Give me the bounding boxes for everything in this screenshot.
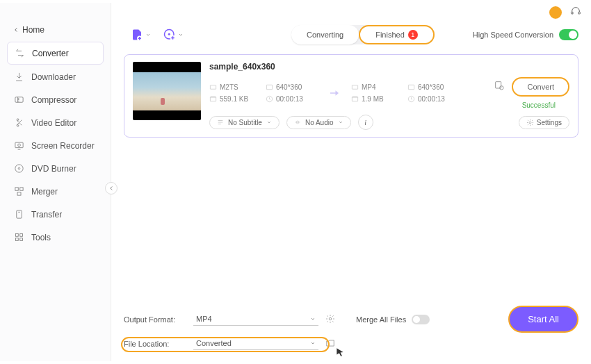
src-duration: 00:00:13 xyxy=(266,95,318,103)
sidebar-item-label: Converter xyxy=(32,49,69,58)
settings-button[interactable]: Settings xyxy=(519,116,569,129)
merge-toggle[interactable] xyxy=(412,315,430,324)
svg-rect-1 xyxy=(15,142,23,148)
src-resolution: 640*360 xyxy=(266,83,318,91)
support-icon[interactable] xyxy=(570,6,581,19)
sidebar-item-compressor[interactable]: Compressor xyxy=(7,89,104,110)
svg-rect-6 xyxy=(20,188,23,190)
audio-select[interactable]: No Audio xyxy=(286,116,351,129)
video-thumbnail[interactable] xyxy=(133,62,201,120)
task-card: sample_640x360 M2TS 640*360 559.1 KB 00:… xyxy=(124,54,578,138)
info-icon[interactable]: i xyxy=(358,115,373,130)
sidebar-item-merger[interactable]: Merger xyxy=(7,181,104,202)
home-label: Home xyxy=(22,25,44,35)
sidebar-item-dvd-burner[interactable]: DVD Burner xyxy=(7,158,104,179)
sidebar-item-label: Video Editor xyxy=(31,118,76,128)
svg-point-3 xyxy=(15,165,23,172)
task-settings-icon[interactable] xyxy=(494,80,505,94)
svg-rect-20 xyxy=(352,85,357,90)
sidebar-item-label: Merger xyxy=(31,187,58,197)
file-location-select[interactable]: Converted xyxy=(193,337,318,350)
sidebar-item-label: Tools xyxy=(31,233,51,242)
open-folder-icon[interactable] xyxy=(325,338,335,349)
sidebar-item-label: Transfer xyxy=(31,210,62,220)
main-panel: Converting Finished 1 High Speed Convers… xyxy=(111,3,591,361)
svg-rect-23 xyxy=(496,82,501,88)
sidebar-item-downloader[interactable]: Downloader xyxy=(7,66,104,88)
tab-label: Converting xyxy=(307,31,343,39)
svg-point-26 xyxy=(329,317,332,320)
subtitle-select[interactable]: No Subtitle xyxy=(209,116,280,129)
dst-resolution: 640*360 xyxy=(407,83,460,91)
highspeed-toggle[interactable] xyxy=(559,29,578,40)
output-format-label: Output Format: xyxy=(124,315,186,324)
svg-rect-11 xyxy=(16,238,19,241)
add-file-button[interactable] xyxy=(131,28,151,41)
output-format-select[interactable]: MP4 xyxy=(193,313,318,326)
dst-duration: 00:00:13 xyxy=(407,95,460,103)
back-home[interactable]: Home xyxy=(0,22,111,42)
svg-rect-17 xyxy=(210,85,216,90)
svg-point-24 xyxy=(500,86,503,90)
sidebar-item-converter[interactable]: Converter xyxy=(7,42,104,65)
svg-point-2 xyxy=(18,144,21,147)
start-all-button[interactable]: Start All xyxy=(508,306,578,333)
dst-format: MP4 xyxy=(351,83,403,91)
task-title: sample_640x360 xyxy=(209,62,569,72)
src-size: 559.1 KB xyxy=(209,95,261,103)
sidebar-item-label: DVD Burner xyxy=(31,164,76,174)
tab-label: Finished xyxy=(375,31,405,39)
sidebar-item-transfer[interactable]: Transfer xyxy=(7,204,104,225)
svg-rect-18 xyxy=(266,85,272,89)
tab-switch: Converting Finished 1 xyxy=(291,25,435,44)
svg-rect-10 xyxy=(20,234,23,237)
svg-rect-21 xyxy=(408,85,414,89)
svg-point-15 xyxy=(168,33,170,35)
output-settings-icon[interactable] xyxy=(325,314,335,325)
highspeed-label: High Speed Conversion xyxy=(473,31,553,39)
sidebar-item-tools[interactable]: Tools xyxy=(7,226,104,248)
svg-rect-12 xyxy=(20,238,23,241)
sidebar-item-label: Downloader xyxy=(31,72,76,82)
dst-size: 1.9 MB xyxy=(351,95,403,103)
svg-rect-5 xyxy=(15,188,18,190)
sidebar: Home Converter Downloader Compressor Vid… xyxy=(0,3,111,361)
tab-converting[interactable]: Converting xyxy=(291,25,359,44)
svg-rect-9 xyxy=(16,234,19,237)
avatar[interactable] xyxy=(549,6,562,19)
tab-finished[interactable]: Finished 1 xyxy=(359,25,435,44)
sidebar-item-video-editor[interactable]: Video Editor xyxy=(7,112,104,133)
svg-rect-7 xyxy=(17,192,21,195)
svg-point-4 xyxy=(18,167,20,169)
status-text: Successful xyxy=(522,101,556,109)
cursor-icon xyxy=(335,346,345,358)
src-format: M2TS xyxy=(209,83,261,91)
svg-rect-8 xyxy=(17,210,22,218)
arrow-right-icon xyxy=(326,85,343,101)
sidebar-item-screen-recorder[interactable]: Screen Recorder xyxy=(7,135,104,156)
badge: 1 xyxy=(408,30,418,40)
add-disc-button[interactable] xyxy=(163,28,184,41)
merge-label: Merge All Files xyxy=(356,315,406,324)
sidebar-item-label: Compressor xyxy=(31,95,76,105)
sidebar-item-label: Screen Recorder xyxy=(31,141,95,151)
file-location-label: File Location: xyxy=(124,340,186,348)
convert-button[interactable]: Convert xyxy=(512,77,569,97)
collapse-sidebar-button[interactable] xyxy=(105,182,118,195)
svg-point-25 xyxy=(529,122,531,124)
